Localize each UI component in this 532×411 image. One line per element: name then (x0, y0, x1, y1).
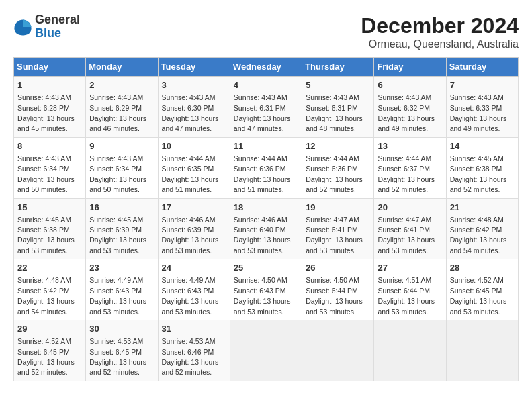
table-row (374, 320, 446, 381)
day-number: 23 (89, 262, 154, 274)
table-row: 4 Sunrise: 4:43 AM Sunset: 6:31 PM Dayli… (230, 77, 302, 138)
daylight-text: Daylight: 13 hours and 52 minutes. (450, 175, 507, 193)
sunrise-text: Sunrise: 4:43 AM (162, 93, 216, 101)
sunset-text: Sunset: 6:38 PM (17, 226, 70, 234)
logo-general: General (35, 13, 80, 27)
daylight-text: Daylight: 13 hours and 48 minutes. (306, 114, 363, 132)
day-number: 12 (306, 140, 370, 152)
sunrise-text: Sunrise: 4:45 AM (89, 216, 143, 224)
calendar-row: 8 Sunrise: 4:43 AM Sunset: 6:34 PM Dayli… (14, 137, 519, 198)
day-number: 21 (450, 201, 515, 214)
daylight-text: Daylight: 13 hours and 49 minutes. (450, 114, 507, 132)
sunset-text: Sunset: 6:34 PM (89, 165, 142, 173)
sunrise-text: Sunrise: 4:48 AM (17, 276, 71, 284)
table-row: 10 Sunrise: 4:44 AM Sunset: 6:35 PM Dayl… (158, 137, 230, 198)
daylight-text: Daylight: 13 hours and 53 minutes. (306, 297, 363, 315)
sunrise-text: Sunrise: 4:47 AM (378, 216, 431, 224)
daylight-text: Daylight: 13 hours and 53 minutes. (17, 236, 75, 254)
day-number: 7 (450, 79, 515, 91)
day-number: 3 (162, 79, 226, 91)
daylight-text: Daylight: 13 hours and 54 minutes. (450, 236, 507, 254)
daylight-text: Daylight: 13 hours and 52 minutes. (378, 175, 435, 193)
table-row: 21 Sunrise: 4:48 AM Sunset: 6:42 PM Dayl… (446, 198, 518, 259)
day-number: 15 (17, 201, 82, 214)
day-number: 16 (89, 201, 154, 214)
sunrise-text: Sunrise: 4:43 AM (89, 93, 143, 101)
sunrise-text: Sunrise: 4:50 AM (306, 276, 359, 284)
day-number: 11 (234, 140, 298, 152)
daylight-text: Daylight: 13 hours and 51 minutes. (162, 175, 219, 193)
day-number: 14 (450, 140, 515, 152)
sunrise-text: Sunrise: 4:46 AM (234, 216, 287, 224)
sunset-text: Sunset: 6:33 PM (450, 104, 502, 112)
daylight-text: Daylight: 13 hours and 47 minutes. (234, 114, 291, 132)
daylight-text: Daylight: 13 hours and 50 minutes. (17, 175, 75, 193)
sunrise-text: Sunrise: 4:48 AM (450, 216, 504, 224)
calendar-row: 15 Sunrise: 4:45 AM Sunset: 6:38 PM Dayl… (14, 198, 519, 259)
sunset-text: Sunset: 6:43 PM (162, 287, 214, 295)
day-number: 28 (450, 262, 515, 274)
sunrise-text: Sunrise: 4:49 AM (89, 276, 143, 284)
col-tuesday: Tuesday (158, 58, 230, 77)
day-number: 22 (17, 262, 82, 274)
title-block: December 2024 Ormeau, Queensland, Austra… (361, 13, 519, 50)
day-number: 30 (89, 323, 154, 335)
table-row: 27 Sunrise: 4:51 AM Sunset: 6:44 PM Dayl… (374, 259, 446, 320)
table-row: 12 Sunrise: 4:44 AM Sunset: 6:36 PM Dayl… (302, 137, 374, 198)
day-number: 20 (378, 201, 442, 214)
logo-blue: Blue (35, 27, 80, 40)
sunrise-text: Sunrise: 4:43 AM (450, 93, 504, 101)
calendar-row: 1 Sunrise: 4:43 AM Sunset: 6:28 PM Dayli… (14, 77, 519, 138)
table-row: 9 Sunrise: 4:43 AM Sunset: 6:34 PM Dayli… (86, 137, 158, 198)
daylight-text: Daylight: 13 hours and 52 minutes. (162, 358, 219, 376)
table-row: 15 Sunrise: 4:45 AM Sunset: 6:38 PM Dayl… (14, 198, 86, 259)
sunset-text: Sunset: 6:42 PM (17, 287, 70, 295)
table-row: 13 Sunrise: 4:44 AM Sunset: 6:37 PM Dayl… (374, 137, 446, 198)
page-subtitle: Ormeau, Queensland, Australia (361, 38, 519, 50)
sunrise-text: Sunrise: 4:43 AM (17, 93, 71, 101)
table-row: 30 Sunrise: 4:53 AM Sunset: 6:45 PM Dayl… (86, 320, 158, 381)
sunset-text: Sunset: 6:29 PM (89, 104, 142, 112)
day-number: 2 (89, 79, 154, 91)
table-row (446, 320, 518, 381)
sunset-text: Sunset: 6:32 PM (378, 104, 430, 112)
day-number: 17 (162, 201, 226, 214)
day-number: 25 (234, 262, 298, 274)
sunset-text: Sunset: 6:46 PM (162, 348, 214, 356)
daylight-text: Daylight: 13 hours and 53 minutes. (450, 297, 507, 315)
sunrise-text: Sunrise: 4:43 AM (234, 93, 287, 101)
daylight-text: Daylight: 13 hours and 53 minutes. (162, 236, 219, 254)
sunrise-text: Sunrise: 4:46 AM (162, 216, 216, 224)
sunrise-text: Sunrise: 4:45 AM (450, 154, 504, 163)
table-row: 29 Sunrise: 4:52 AM Sunset: 6:45 PM Dayl… (14, 320, 86, 381)
table-row (302, 320, 374, 381)
sunrise-text: Sunrise: 4:43 AM (89, 154, 143, 163)
day-number: 4 (234, 79, 298, 91)
day-number: 29 (17, 323, 82, 335)
sunset-text: Sunset: 6:39 PM (89, 226, 142, 234)
sunset-text: Sunset: 6:38 PM (450, 165, 502, 173)
sunrise-text: Sunrise: 4:53 AM (162, 337, 216, 345)
day-number: 27 (378, 262, 442, 274)
sunset-text: Sunset: 6:36 PM (306, 165, 358, 173)
col-wednesday: Wednesday (230, 58, 302, 77)
table-row: 8 Sunrise: 4:43 AM Sunset: 6:34 PM Dayli… (14, 137, 86, 198)
sunset-text: Sunset: 6:44 PM (378, 287, 430, 295)
col-friday: Friday (374, 58, 446, 77)
logo: General Blue (13, 13, 80, 40)
sunset-text: Sunset: 6:44 PM (306, 287, 358, 295)
day-number: 24 (162, 262, 226, 274)
daylight-text: Daylight: 13 hours and 53 minutes. (306, 236, 363, 254)
table-row: 25 Sunrise: 4:50 AM Sunset: 6:43 PM Dayl… (230, 259, 302, 320)
page-header: General Blue December 2024 Ormeau, Queen… (13, 13, 519, 50)
day-number: 8 (17, 140, 82, 152)
daylight-text: Daylight: 13 hours and 46 minutes. (89, 114, 146, 132)
table-row: 1 Sunrise: 4:43 AM Sunset: 6:28 PM Dayli… (14, 77, 86, 138)
sunrise-text: Sunrise: 4:51 AM (378, 276, 431, 284)
sunset-text: Sunset: 6:41 PM (378, 226, 430, 234)
sunset-text: Sunset: 6:34 PM (17, 165, 70, 173)
daylight-text: Daylight: 13 hours and 53 minutes. (378, 236, 435, 254)
daylight-text: Daylight: 13 hours and 54 minutes. (17, 297, 75, 315)
table-row: 7 Sunrise: 4:43 AM Sunset: 6:33 PM Dayli… (446, 77, 518, 138)
table-row: 11 Sunrise: 4:44 AM Sunset: 6:36 PM Dayl… (230, 137, 302, 198)
